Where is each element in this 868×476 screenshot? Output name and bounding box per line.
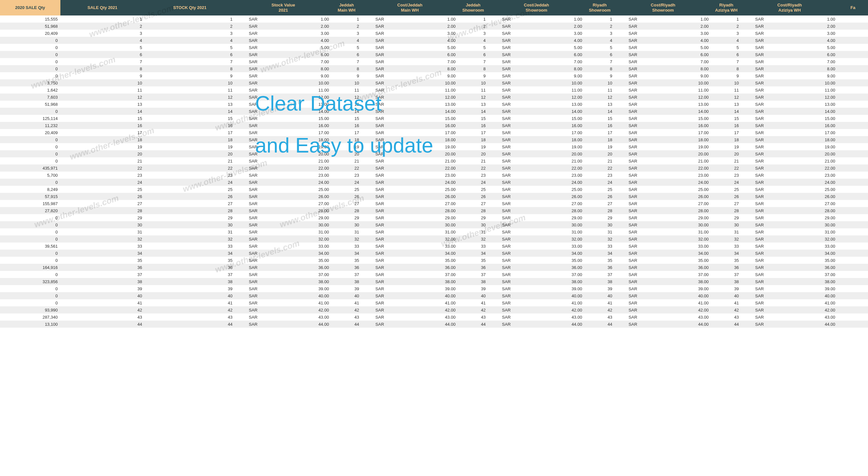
cell-jeddah-showroom[interactable]: 33 [458,242,488,249]
cell-jeddah-showroom[interactable]: 23 [458,172,488,179]
cell-cost-jeddah-main-wh[interactable]: 36.00 [398,264,458,271]
cell-currency[interactable]: SAR [235,51,271,58]
cell-currency[interactable]: SAR [235,87,271,94]
cell-currency[interactable]: SAR [741,172,778,179]
cell-stock-value-2021[interactable]: 35.00 [271,257,332,264]
cell-currency[interactable]: SAR [488,257,524,264]
cell-currency[interactable]: SAR [488,101,524,108]
cell-currency[interactable]: SAR [235,37,271,44]
cell-cost-jeddah-main-wh[interactable]: 42.00 [398,306,458,313]
cell-cost-riyadh-aziziya-wh[interactable]: 35.00 [778,257,838,264]
cell-jeddah-main-wh[interactable]: 5 [332,44,362,51]
cell-cost-jeddah-showroom[interactable]: 2.00 [524,23,585,30]
cell-currency[interactable]: SAR [488,143,524,150]
cell-2020-sale-qty[interactable]: 1,642 [0,87,60,94]
cell-2020-sale-qty[interactable]: 0 [0,299,60,306]
cell-currency[interactable]: SAR [235,228,271,235]
cell-riyadh-showroom[interactable]: 44 [585,320,615,328]
cell-currency[interactable]: SAR [741,136,778,143]
header-cost-riyadh-aziziya-wh[interactable]: Cost/RiyadhAziziya WH [741,0,838,15]
cell-jeddah-main-wh[interactable]: 44 [332,320,362,328]
cell-stock-value-2021[interactable]: 38.00 [271,278,332,285]
cell-currency[interactable]: SAR [615,299,651,306]
cell-jeddah-main-wh[interactable]: 17 [332,129,362,136]
cell-stock-qty-2021[interactable]: 7 [145,58,235,65]
cell-cost-riyadh-aziziya-wh[interactable]: 39.00 [778,285,838,292]
cell-cost-jeddah-showroom[interactable]: 12.00 [524,94,585,101]
cell-stock-value-2021[interactable]: 31.00 [271,228,332,235]
cell-currency[interactable]: SAR [235,292,271,299]
cell-currency[interactable]: SAR [362,172,398,179]
cell-currency[interactable]: SAR [741,235,778,242]
table-row[interactable]: 04040SAR40.0040SAR40.0040SAR40.0040SAR40… [0,292,868,299]
cell-riyadh-aziziya-wh[interactable]: 2 [711,23,741,30]
cell-currency[interactable]: SAR [615,15,651,23]
cell-cost-riyadh-showroom[interactable]: 9.00 [651,72,711,79]
cell-jeddah-showroom[interactable]: 17 [458,129,488,136]
cell-jeddah-main-wh[interactable]: 43 [332,313,362,320]
cell-cost-riyadh-showroom[interactable]: 36.00 [651,264,711,271]
cell-fa[interactable] [838,79,868,87]
cell-stock-value-2021[interactable]: 36.00 [271,264,332,271]
table-row[interactable]: 03434SAR34.0034SAR34.0034SAR34.0034SAR34… [0,249,868,257]
cell-jeddah-showroom[interactable]: 40 [458,292,488,299]
cell-riyadh-aziziya-wh[interactable]: 27 [711,200,741,207]
cell-cost-riyadh-aziziya-wh[interactable]: 9.00 [778,72,838,79]
cell-riyadh-showroom[interactable]: 22 [585,165,615,172]
cell-cost-riyadh-showroom[interactable]: 29.00 [651,214,711,221]
cell-sale-qty-2021[interactable]: 44 [60,320,145,328]
cell-fa[interactable] [838,264,868,271]
cell-currency[interactable]: SAR [362,94,398,101]
cell-jeddah-showroom[interactable]: 32 [458,235,488,242]
cell-cost-riyadh-aziziya-wh[interactable]: 8.00 [778,65,838,72]
cell-currency[interactable]: SAR [362,207,398,214]
table-row[interactable]: 03737SAR37.0037SAR37.0037SAR37.0037SAR37… [0,271,868,278]
cell-cost-riyadh-showroom[interactable]: 34.00 [651,249,711,257]
cell-riyadh-showroom[interactable]: 38 [585,278,615,285]
cell-stock-value-2021[interactable]: 26.00 [271,193,332,200]
cell-currency[interactable]: SAR [741,72,778,79]
cell-riyadh-showroom[interactable]: 14 [585,108,615,115]
cell-currency[interactable]: SAR [741,200,778,207]
header-jeddah-main-wh[interactable]: JeddahMain WH [332,0,362,15]
cell-currency[interactable]: SAR [488,221,524,228]
cell-riyadh-showroom[interactable]: 7 [585,58,615,65]
cell-cost-jeddah-showroom[interactable]: 4.00 [524,37,585,44]
table-row[interactable]: 51,96822SAR2.002SAR2.002SAR2.002SAR2.002… [0,23,868,30]
cell-currency[interactable]: SAR [615,122,651,129]
cell-currency[interactable]: SAR [362,242,398,249]
cell-currency[interactable]: SAR [235,115,271,122]
cell-sale-qty-2021[interactable]: 5 [60,44,145,51]
cell-jeddah-main-wh[interactable]: 32 [332,235,362,242]
cell-currency[interactable]: SAR [741,108,778,115]
cell-currency[interactable]: SAR [615,172,651,179]
table-row[interactable]: 044SAR4.004SAR4.004SAR4.004SAR4.004SAR4.… [0,37,868,44]
cell-stock-qty-2021[interactable]: 9 [145,72,235,79]
header-cost-jeddah-main-wh[interactable]: Cost/JeddahMain WH [362,0,458,15]
header-2020-sale-qty[interactable]: 2020 SALE Qty [0,0,60,15]
table-row[interactable]: 04141SAR41.0041SAR41.0041SAR41.0041SAR41… [0,299,868,306]
cell-cost-riyadh-showroom[interactable]: 14.00 [651,108,711,115]
cell-2020-sale-qty[interactable]: 0 [0,108,60,115]
cell-stock-value-2021[interactable]: 19.00 [271,143,332,150]
cell-cost-jeddah-main-wh[interactable]: 40.00 [398,292,458,299]
cell-currency[interactable]: SAR [235,214,271,221]
cell-jeddah-showroom[interactable]: 2 [458,23,488,30]
cell-sale-qty-2021[interactable]: 36 [60,264,145,271]
cell-currency[interactable]: SAR [488,44,524,51]
table-row[interactable]: 155,9872727SAR27.0027SAR27.0027SAR27.002… [0,200,868,207]
cell-cost-jeddah-main-wh[interactable]: 44.00 [398,320,458,328]
cell-riyadh-aziziya-wh[interactable]: 10 [711,79,741,87]
cell-currency[interactable]: SAR [235,30,271,37]
cell-cost-riyadh-aziziya-wh[interactable]: 31.00 [778,228,838,235]
cell-cost-riyadh-showroom[interactable]: 33.00 [651,242,711,249]
cell-stock-qty-2021[interactable]: 28 [145,207,235,214]
cell-riyadh-aziziya-wh[interactable]: 6 [711,51,741,58]
cell-currency[interactable]: SAR [488,136,524,143]
cell-sale-qty-2021[interactable]: 41 [60,299,145,306]
cell-currency[interactable]: SAR [362,15,398,23]
cell-cost-jeddah-showroom[interactable]: 26.00 [524,193,585,200]
cell-cost-riyadh-showroom[interactable]: 21.00 [651,158,711,165]
cell-currency[interactable]: SAR [741,228,778,235]
cell-jeddah-showroom[interactable]: 39 [458,285,488,292]
